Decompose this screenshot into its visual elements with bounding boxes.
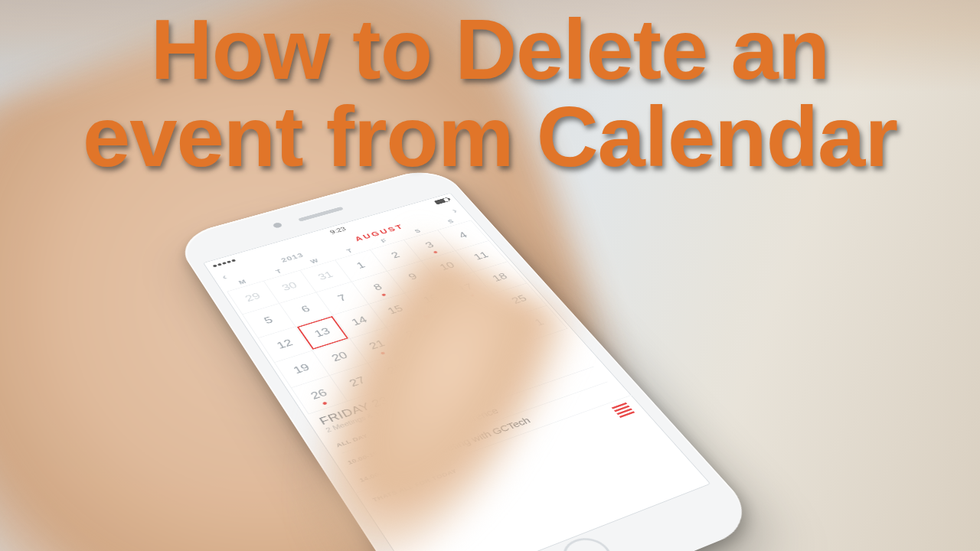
- prev-month-button[interactable]: ‹: [220, 272, 230, 282]
- next-month-button[interactable]: ›: [449, 207, 460, 216]
- date-number: 12: [275, 337, 296, 351]
- date-number: 11: [472, 250, 491, 262]
- date-number: 6: [299, 304, 312, 315]
- date-number: 13: [312, 326, 332, 340]
- date-number: 7: [335, 292, 348, 303]
- date-number: 31: [315, 269, 335, 282]
- date-number: 30: [279, 280, 299, 292]
- date-number: 19: [291, 362, 312, 377]
- date-number: 1: [354, 260, 368, 270]
- thumbnail-stage: How to Delete an event from Calendar 9:2…: [0, 0, 980, 551]
- battery-icon: [434, 197, 450, 205]
- signal-dots-icon: [212, 259, 235, 267]
- date-number: 5: [262, 315, 275, 326]
- date-number: 4: [456, 230, 469, 240]
- phone-camera: [272, 222, 283, 229]
- list-menu-icon[interactable]: [612, 403, 635, 418]
- phone-speaker: [298, 207, 344, 222]
- date-number: 29: [243, 291, 263, 304]
